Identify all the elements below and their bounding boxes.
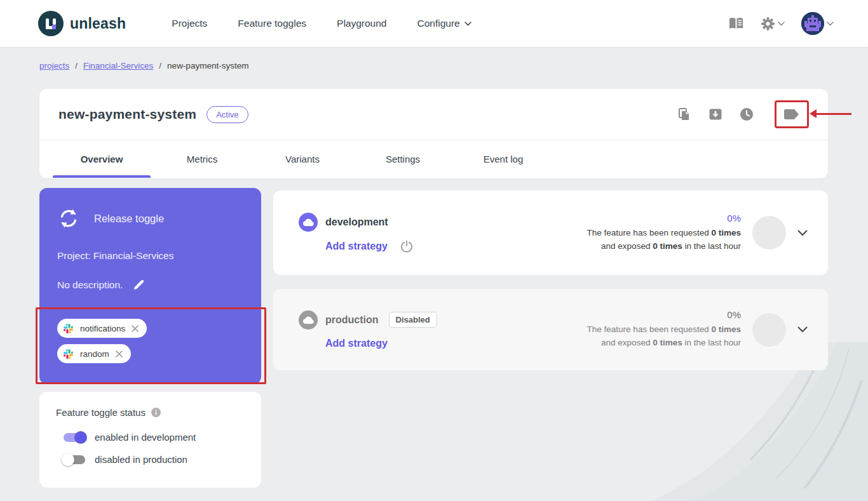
switch-label: disabled in production bbox=[95, 454, 187, 465]
description-text: No description. bbox=[57, 279, 123, 291]
tab-variants[interactable]: Variants bbox=[252, 140, 353, 178]
project-line: Project: Financial-Services bbox=[57, 250, 243, 262]
tag-icon[interactable] bbox=[783, 107, 800, 121]
breadcrumb-project[interactable]: Financial-Services bbox=[83, 61, 153, 70]
nav-playground[interactable]: Playground bbox=[337, 18, 386, 29]
toggle-type-label: Release toggle bbox=[94, 213, 164, 225]
cloud-icon bbox=[299, 213, 318, 232]
documentation-book-icon[interactable] bbox=[728, 17, 744, 30]
remove-tag-icon[interactable] bbox=[131, 324, 139, 333]
breadcrumb-separator: / bbox=[159, 61, 161, 70]
cycle-arrows-icon bbox=[57, 207, 80, 230]
tag-chip-label: notifications bbox=[80, 324, 125, 333]
nav-configure-label: Configure bbox=[417, 18, 459, 29]
tab-metrics[interactable]: Metrics bbox=[152, 140, 252, 178]
annotation-arrow bbox=[817, 113, 851, 115]
user-menu[interactable] bbox=[801, 12, 834, 35]
add-strategy-link[interactable]: Add strategy bbox=[325, 338, 388, 349]
toggle-production-switch[interactable] bbox=[64, 455, 85, 464]
add-strategy-link[interactable]: Add strategy bbox=[325, 241, 388, 252]
nav-configure[interactable]: Configure bbox=[417, 18, 471, 29]
tab-settings[interactable]: Settings bbox=[353, 140, 453, 178]
metrics-donut-placeholder bbox=[752, 313, 786, 347]
environment-card-development: development Add strategy 0% The feature … bbox=[273, 190, 828, 275]
unleash-logo[interactable]: unleash bbox=[38, 11, 126, 36]
feature-toggle-status-card: Feature toggle status enabled in develop… bbox=[39, 392, 261, 488]
toggle-info-card: Release toggle Project: Financial-Servic… bbox=[39, 188, 261, 384]
chevron-down-icon bbox=[778, 22, 785, 26]
nav-projects[interactable]: Projects bbox=[172, 18, 207, 29]
remove-tag-icon[interactable] bbox=[115, 350, 123, 358]
pencil-icon[interactable] bbox=[133, 279, 145, 291]
tag-chip-label: random bbox=[80, 349, 109, 359]
breadcrumb-current: new-payment-system bbox=[167, 61, 248, 70]
tab-overview[interactable]: Overview bbox=[51, 140, 152, 178]
chevron-down-icon bbox=[827, 22, 834, 26]
metrics-donut-placeholder bbox=[752, 216, 786, 250]
tab-event-log[interactable]: Event log bbox=[453, 140, 553, 178]
environment-card-production: production Disabled Add strategy 0% The … bbox=[273, 289, 828, 370]
primary-nav: Projects Feature toggles Playground Conf… bbox=[172, 18, 471, 29]
expand-environment-icon[interactable] bbox=[797, 230, 808, 236]
disabled-badge: Disabled bbox=[389, 312, 437, 328]
info-icon[interactable] bbox=[151, 408, 161, 417]
page-title: new-payment-system bbox=[58, 107, 196, 122]
logo-text: unleash bbox=[70, 15, 126, 32]
breadcrumb-separator: / bbox=[75, 61, 78, 70]
breadcrumb: projects / Financial-Services / new-paym… bbox=[39, 61, 248, 70]
archive-icon[interactable] bbox=[709, 107, 722, 121]
user-avatar bbox=[801, 12, 824, 35]
nav-feature-toggles[interactable]: Feature toggles bbox=[238, 18, 306, 29]
stats-line2: and exposed 0 times in the last hour bbox=[587, 337, 741, 350]
copy-icon[interactable] bbox=[677, 107, 691, 121]
history-clock-icon[interactable] bbox=[740, 107, 754, 121]
tag-chip: notifications bbox=[57, 319, 147, 338]
toggle-development-switch[interactable] bbox=[64, 433, 85, 442]
top-navigation-bar: unleash Projects Feature toggles Playgro… bbox=[0, 0, 868, 47]
gear-icon bbox=[761, 17, 775, 31]
tag-chip-list: notifications random bbox=[57, 319, 243, 363]
feature-tabs: Overview Metrics Variants Settings Event… bbox=[39, 140, 828, 178]
status-badge: Active bbox=[207, 106, 248, 123]
exposure-percent: 0% bbox=[587, 309, 741, 320]
feature-header-card: new-payment-system Active bbox=[39, 89, 828, 178]
status-card-title: Feature toggle status bbox=[56, 407, 146, 418]
exposure-percent: 0% bbox=[587, 213, 741, 224]
environment-name: production bbox=[325, 314, 379, 326]
chevron-down-icon bbox=[465, 22, 471, 26]
stats-line1: The feature has been requested 0 times bbox=[587, 227, 741, 240]
power-icon[interactable] bbox=[400, 240, 413, 253]
tag-chip: random bbox=[57, 344, 131, 363]
unleash-logo-icon bbox=[38, 11, 64, 36]
slack-icon bbox=[62, 323, 74, 335]
environment-name: development bbox=[325, 217, 388, 228]
tag-icon-highlight-box bbox=[775, 100, 809, 128]
stats-line1: The feature has been requested 0 times bbox=[587, 323, 741, 337]
cloud-icon bbox=[299, 311, 318, 330]
stats-line2: and exposed 0 times in the last hour bbox=[587, 240, 741, 253]
switch-label: enabled in development bbox=[95, 432, 196, 443]
expand-environment-icon[interactable] bbox=[797, 326, 808, 333]
slack-icon bbox=[62, 348, 74, 360]
breadcrumb-projects[interactable]: projects bbox=[39, 61, 69, 70]
settings-gear-menu[interactable] bbox=[761, 17, 785, 31]
